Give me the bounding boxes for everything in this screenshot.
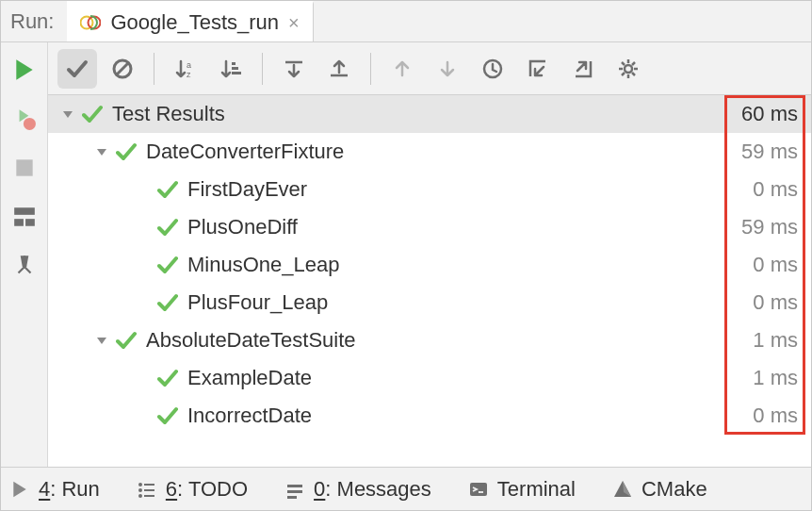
- tree-test-row[interactable]: IncorrectDate 0 ms: [48, 397, 811, 435]
- tree-node-label: Test Results: [112, 102, 723, 126]
- prev-failed-button[interactable]: [382, 49, 422, 89]
- play-icon: [10, 480, 29, 499]
- tree-node-label: AbsoluteDateTestSuite: [146, 328, 723, 353]
- rerun-failed-button[interactable]: [12, 107, 37, 131]
- sort-alpha-button[interactable]: [166, 49, 205, 89]
- import-results-button[interactable]: [518, 49, 558, 89]
- gtest-icon: [80, 12, 101, 33]
- toolwin-label: 6: TODO: [166, 477, 248, 502]
- pass-icon: [157, 179, 178, 200]
- tree-node-duration: 0 ms: [723, 253, 798, 277]
- tree-node-duration: 0 ms: [723, 177, 798, 202]
- pass-icon: [82, 104, 103, 124]
- show-passed-button[interactable]: [57, 49, 97, 89]
- expand-all-button[interactable]: [274, 49, 314, 89]
- test-tree[interactable]: Test Results 60 ms DateConverterFixture …: [48, 95, 811, 467]
- cmake-icon: [613, 480, 632, 499]
- tree-node-label: MinusOne_Leap: [187, 253, 723, 277]
- list-icon: [138, 480, 156, 499]
- pass-icon: [116, 141, 137, 162]
- tab-title: Google_Tests_run: [110, 10, 279, 35]
- tree-node-duration: 59 ms: [723, 215, 798, 239]
- rerun-button[interactable]: [12, 58, 37, 82]
- tool-windows-bar: 4: Run 6: TODO 0: Messages Terminal CMak…: [1, 467, 811, 510]
- tree-suite-row[interactable]: DateConverterFixture 59 ms: [48, 133, 811, 171]
- stop-button[interactable]: [12, 156, 37, 180]
- titlebar: Run: Google_Tests_run ×: [1, 1, 811, 42]
- tree-node-duration: 1 ms: [723, 366, 798, 390]
- toolwin-label: CMake: [641, 477, 707, 502]
- tree-test-row[interactable]: PlusFour_Leap 0 ms: [48, 284, 811, 321]
- tree-node-duration: 60 ms: [723, 102, 798, 126]
- tree-suite-row[interactable]: AbsoluteDateTestSuite 1 ms: [48, 321, 811, 359]
- export-results-button[interactable]: [563, 49, 603, 89]
- tree-node-label: IncorrectDate: [187, 404, 723, 428]
- pass-icon: [157, 405, 178, 426]
- tree-node-duration: 1 ms: [723, 328, 798, 353]
- tree-node-duration: 0 ms: [723, 290, 798, 315]
- chevron-down-icon[interactable]: [95, 145, 108, 158]
- pass-icon: [157, 217, 178, 238]
- tree-node-label: FirstDayEver: [187, 177, 723, 202]
- tree-node-duration: 59 ms: [723, 140, 798, 164]
- test-history-button[interactable]: [473, 49, 512, 89]
- run-panel-label: Run:: [1, 1, 67, 41]
- toolwin-todo[interactable]: 6: TODO: [138, 477, 248, 502]
- tree-root-row[interactable]: Test Results 60 ms: [48, 95, 811, 133]
- toolwin-messages[interactable]: 0: Messages: [285, 477, 431, 502]
- next-failed-button[interactable]: [428, 49, 467, 89]
- tree-node-label: ExampleDate: [187, 366, 723, 390]
- toolwin-cmake[interactable]: CMake: [613, 477, 707, 502]
- tree-node-duration: 0 ms: [723, 404, 798, 428]
- tree-node-label: DateConverterFixture: [146, 140, 723, 164]
- toolwin-label: 4: Run: [39, 477, 100, 502]
- toolwin-terminal[interactable]: Terminal: [469, 477, 576, 502]
- sort-duration-button[interactable]: [211, 49, 251, 89]
- terminal-icon: [469, 480, 488, 499]
- run-gutter: [1, 42, 48, 467]
- collapse-all-button[interactable]: [319, 49, 359, 89]
- settings-button[interactable]: [609, 49, 648, 89]
- chevron-down-icon[interactable]: [95, 334, 108, 347]
- separator-icon: [154, 53, 154, 85]
- chevron-down-icon[interactable]: [61, 107, 74, 121]
- tree-node-label: PlusOneDiff: [187, 215, 723, 239]
- pass-icon: [157, 255, 178, 275]
- toolwin-label: 0: Messages: [314, 477, 431, 502]
- toolwin-label: Terminal: [497, 477, 576, 502]
- pass-icon: [157, 292, 178, 313]
- pin-button[interactable]: [12, 254, 37, 278]
- tree-test-row[interactable]: ExampleDate 1 ms: [48, 359, 811, 397]
- tree-node-label: PlusFour_Leap: [187, 290, 723, 315]
- pass-icon: [116, 330, 137, 351]
- tree-test-row[interactable]: FirstDayEver 0 ms: [48, 171, 811, 208]
- toolwin-run[interactable]: 4: Run: [10, 477, 100, 502]
- test-toolbar: [48, 42, 811, 95]
- run-config-tab[interactable]: Google_Tests_run ×: [67, 1, 313, 41]
- tree-test-row[interactable]: MinusOne_Leap 0 ms: [48, 246, 811, 284]
- pass-icon: [157, 368, 178, 388]
- separator-icon: [370, 53, 371, 85]
- layout-button[interactable]: [12, 205, 37, 229]
- show-ignored-button[interactable]: [103, 49, 142, 89]
- messages-icon: [285, 480, 304, 499]
- separator-icon: [262, 53, 263, 85]
- tree-test-row[interactable]: PlusOneDiff 59 ms: [48, 208, 811, 246]
- close-icon[interactable]: ×: [288, 12, 300, 34]
